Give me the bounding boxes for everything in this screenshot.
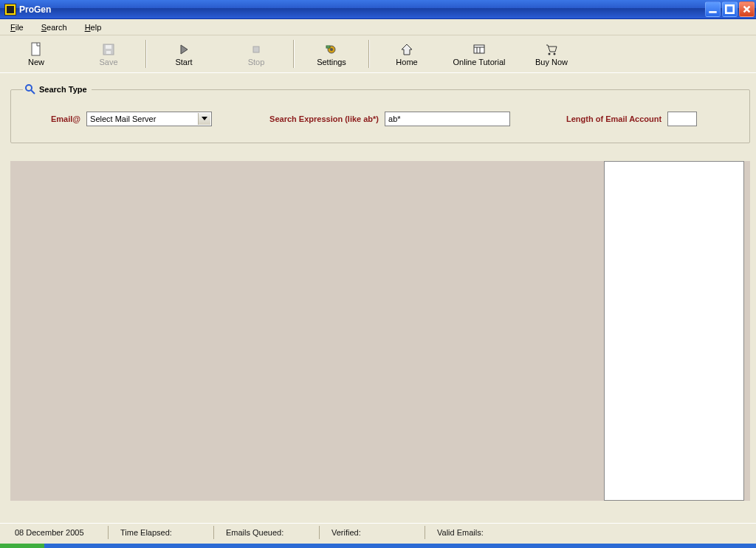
online-tutorial-label: Online Tutorial <box>453 58 506 66</box>
search-type-legend-text: Search Type <box>39 85 87 94</box>
start-label: Start <box>175 58 192 66</box>
status-bar: 08 December 2005 Time Elapsed: Emails Qu… <box>0 523 756 541</box>
svg-marker-22 <box>202 117 207 120</box>
maximize-button[interactable] <box>722 1 738 17</box>
svg-rect-6 <box>106 45 111 49</box>
status-valid-emails: Valid Emails: <box>437 526 530 539</box>
window-title: ProGen <box>19 4 705 15</box>
home-icon <box>399 42 414 57</box>
maximize-icon <box>725 4 735 14</box>
menu-file[interactable]: File <box>7 21 34 33</box>
home-label: Home <box>396 58 417 66</box>
play-icon <box>176 42 191 57</box>
home-button[interactable]: Home <box>371 35 443 72</box>
settings-label: Settings <box>317 58 346 66</box>
status-time-elapsed: Time Elapsed: <box>120 526 214 539</box>
side-panel <box>604 161 744 501</box>
mail-server-selected: Select Mail Server <box>90 114 156 123</box>
svg-rect-0 <box>709 11 716 13</box>
length-input[interactable] <box>667 112 697 126</box>
status-verified: Verified: <box>331 526 425 539</box>
svg-line-21 <box>31 90 35 94</box>
stop-label: Stop <box>248 58 265 66</box>
gear-icon <box>324 42 339 57</box>
svg-rect-4 <box>32 43 40 55</box>
svg-rect-7 <box>106 51 111 54</box>
toolbar-separator <box>145 40 147 68</box>
taskbar <box>0 544 756 548</box>
stop-button[interactable]: Stop <box>220 35 292 72</box>
svg-point-18 <box>549 52 551 55</box>
save-button[interactable]: Save <box>72 35 145 72</box>
content-area: Search Type Email@ Select Mail Server Se… <box>0 73 756 505</box>
svg-point-19 <box>554 52 556 55</box>
settings-button[interactable]: Settings <box>295 35 368 72</box>
email-label: Email@ <box>51 114 80 123</box>
minimize-icon <box>708 4 718 14</box>
online-tutorial-button[interactable]: Online Tutorial <box>443 35 515 72</box>
toolbar: New Save Start Stop Settings Home <box>0 35 756 73</box>
search-expression-label: Search Expression (like ab*) <box>269 114 379 123</box>
search-icon <box>24 83 36 95</box>
svg-marker-13 <box>402 44 412 55</box>
status-emails-queued: Emails Queued: <box>226 526 320 539</box>
new-button[interactable]: New <box>0 35 72 72</box>
title-bar: ProGen <box>0 0 756 19</box>
close-button[interactable] <box>739 1 755 17</box>
minimize-button[interactable] <box>705 1 721 17</box>
svg-rect-14 <box>474 45 484 53</box>
stop-icon <box>249 42 264 57</box>
main-area <box>10 161 750 501</box>
app-icon <box>4 4 16 16</box>
menu-help[interactable]: Help <box>82 21 112 33</box>
buy-now-button[interactable]: Buy Now <box>515 35 588 72</box>
close-icon <box>742 4 752 14</box>
menu-search[interactable]: Search <box>38 21 78 33</box>
new-label: New <box>28 58 44 66</box>
search-type-group: Search Type Email@ Select Mail Server Se… <box>10 83 750 143</box>
svg-rect-9 <box>253 47 259 52</box>
tutorial-icon <box>472 42 487 57</box>
svg-point-11 <box>330 48 333 51</box>
document-icon <box>29 42 44 57</box>
results-area <box>10 161 598 501</box>
cart-icon <box>544 42 559 57</box>
start-button[interactable]: Start <box>148 35 220 72</box>
svg-rect-1 <box>726 5 733 13</box>
chevron-down-icon <box>198 113 210 125</box>
svg-marker-8 <box>181 45 188 54</box>
save-label: Save <box>99 58 117 66</box>
search-type-legend: Search Type <box>23 83 92 95</box>
svg-rect-12 <box>326 46 330 48</box>
search-form-row: Email@ Select Mail Server Search Express… <box>23 112 738 126</box>
save-icon <box>101 42 116 57</box>
svg-point-20 <box>26 85 32 91</box>
toolbar-separator <box>368 40 370 68</box>
length-label: Length of Email Account <box>566 114 662 123</box>
status-date: 08 December 2005 <box>15 526 109 539</box>
buy-now-label: Buy Now <box>535 58 568 66</box>
window-controls <box>705 1 755 17</box>
menu-bar: File Search Help <box>0 19 756 35</box>
search-expression-input[interactable] <box>385 112 510 126</box>
mail-server-select[interactable]: Select Mail Server <box>86 112 212 126</box>
toolbar-separator <box>293 40 295 68</box>
